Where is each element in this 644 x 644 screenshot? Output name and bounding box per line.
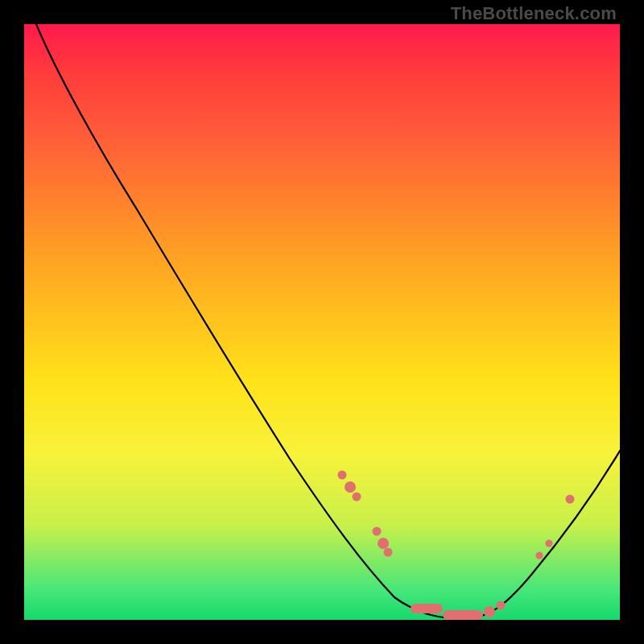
curve-marker [484, 606, 495, 617]
curve-marker [345, 481, 356, 493]
curve-marker [353, 493, 361, 502]
curve-marker [384, 548, 393, 557]
bottleneck-curve [36, 24, 620, 618]
curve-marker [497, 601, 506, 610]
curve-marker [546, 540, 553, 547]
watermark-text: TheBottleneck.com [451, 5, 617, 23]
curve-marker [536, 552, 543, 559]
curve-marker [411, 604, 443, 613]
curve-marker [443, 610, 483, 620]
curve-marker [373, 527, 382, 536]
curve-marker [566, 495, 575, 504]
curve-marker [338, 471, 347, 480]
curve-layer [24, 24, 620, 620]
chart-frame: TheBottleneck.com [0, 0, 644, 644]
curve-marker [378, 538, 389, 549]
plot-area [24, 24, 620, 620]
